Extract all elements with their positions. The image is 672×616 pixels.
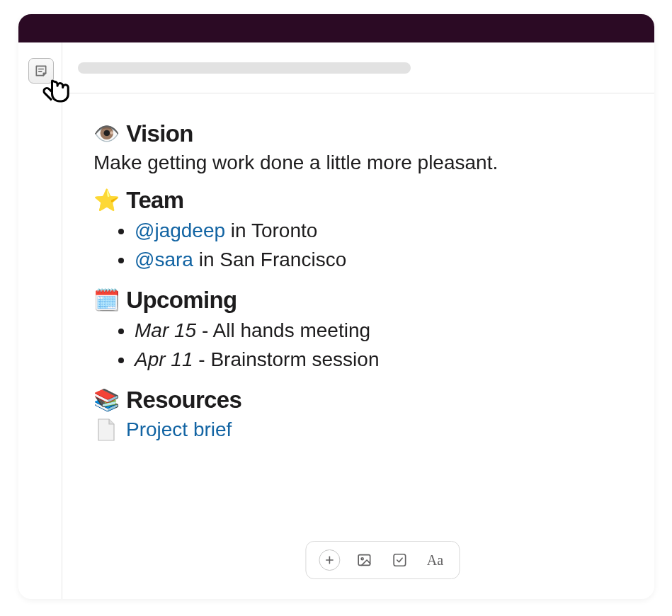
svg-rect-4 (358, 555, 370, 566)
calendar-icon: 🗓️ (93, 290, 119, 311)
date: Mar 15 (135, 319, 196, 341)
plus-icon (324, 554, 335, 566)
resource-link[interactable]: Project brief (126, 418, 232, 441)
list-item: Mar 15 - All hands meeting (135, 316, 623, 346)
file-icon (96, 418, 116, 442)
heading-text: Upcoming (126, 287, 237, 314)
eye-icon: 👁️ (93, 123, 119, 144)
sep: - (196, 319, 212, 341)
upcoming-list: Mar 15 - All hands meeting Apr 11 - Brai… (93, 316, 623, 374)
note-icon (34, 64, 48, 78)
heading-text: Vision (126, 120, 193, 147)
desc: Brainstorm session (210, 348, 379, 370)
heading-team: ⭐ Team (93, 187, 623, 214)
svg-point-5 (361, 558, 363, 560)
content-column: 👁️ Vision Make getting work done a littl… (62, 42, 654, 599)
mention-sara[interactable]: @sara (135, 249, 193, 270)
team-list: @jagdeep in Toronto @sara in San Francis… (93, 217, 623, 274)
image-button[interactable] (353, 549, 375, 571)
titlebar (18, 14, 654, 42)
text: in San Francisco (193, 249, 346, 270)
document-body[interactable]: 👁️ Vision Make getting work done a littl… (62, 93, 654, 599)
desc: All hands meeting (213, 319, 371, 341)
heading-upcoming: 🗓️ Upcoming (93, 287, 623, 314)
left-rail (18, 42, 62, 599)
formatting-toolbar: Aa (305, 541, 460, 579)
heading-text: Team (126, 187, 183, 214)
main-area: 👁️ Vision Make getting work done a littl… (18, 42, 654, 599)
title-placeholder[interactable] (78, 62, 411, 74)
svg-rect-6 (394, 554, 406, 566)
checkbox-icon (392, 552, 407, 568)
aa-icon: Aa (427, 552, 443, 569)
resource-row: Project brief (93, 418, 623, 442)
document-header (62, 42, 654, 93)
list-item: @jagdeep in Toronto (135, 217, 623, 246)
checkbox-button[interactable] (388, 549, 411, 571)
heading-vision: 👁️ Vision (93, 120, 623, 147)
heading-text: Resources (126, 387, 241, 413)
list-item: Apr 11 - Brainstorm session (135, 346, 623, 375)
star-icon: ⭐ (93, 190, 119, 211)
mention-jagdeep[interactable]: @jagdeep (135, 219, 225, 241)
list-item: @sara in San Francisco (135, 246, 623, 275)
books-icon: 📚 (93, 389, 119, 411)
heading-resources: 📚 Resources (93, 387, 623, 413)
text: in Toronto (225, 219, 317, 241)
text-format-button[interactable]: Aa (423, 549, 446, 571)
sep: - (193, 348, 211, 370)
canvas-button[interactable] (28, 58, 54, 84)
add-button[interactable] (319, 549, 340, 571)
date: Apr 11 (135, 348, 193, 370)
image-icon (356, 552, 372, 568)
vision-text: Make getting work done a little more ple… (93, 152, 623, 174)
app-window: 👁️ Vision Make getting work done a littl… (18, 14, 654, 599)
